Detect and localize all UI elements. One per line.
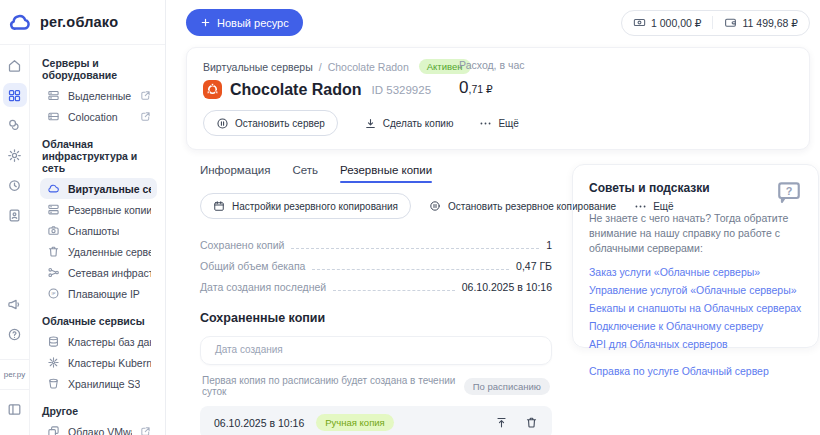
collapse-sidebar-icon[interactable] (3, 397, 27, 421)
sidebar-item-dedicated-servers[interactable]: Выделенные серверы (40, 85, 157, 106)
finance-coins-icon[interactable] (3, 113, 27, 137)
bonus-balance[interactable]: 1 000,00 ₽ (622, 16, 712, 29)
tips-link-connect[interactable]: Подключение к Облачному серверу (589, 320, 802, 332)
make-copy-button[interactable]: Сделать копию (364, 117, 454, 130)
stop-server-button[interactable]: Остановить сервер (203, 110, 338, 136)
server-more-label: Ещё (498, 118, 518, 129)
database-icon (46, 335, 60, 349)
announcements-megaphone-icon[interactable] (3, 292, 27, 316)
backup-settings-label: Настройки резервного копирования (232, 201, 398, 212)
restore-copy-icon[interactable] (495, 416, 508, 429)
calendar-icon (213, 200, 226, 213)
backup-copy-row[interactable]: 06.10.2025 в 10:16 Ручная копия (200, 406, 552, 435)
brand-header[interactable]: рег.облако (0, 0, 165, 45)
svg-text:?: ? (786, 185, 793, 197)
stat-value: 0,47 ГБ (516, 260, 552, 272)
money-balance[interactable]: 11 499,68 ₽ (712, 16, 809, 29)
backup-stats: Сохранено копий 1 Общий объем бекапа 0,4… (200, 239, 552, 293)
ubuntu-os-icon (203, 80, 222, 99)
tips-link-api[interactable]: API для Облачных серверов (589, 338, 802, 350)
left-column: рег.облако рег.ру (0, 0, 166, 435)
bonus-amount: 1 000,00 ₽ (651, 17, 701, 29)
money-amount: 11 499,68 ₽ (742, 17, 798, 29)
home-icon[interactable] (3, 53, 27, 77)
sidebar-item-snapshots[interactable]: Снапшоты (40, 220, 157, 241)
sidebar-item-label: Хранилище S3 (68, 378, 140, 390)
brand-name: рег.облако (40, 14, 118, 30)
new-resource-button[interactable]: Новый ресурс (186, 9, 303, 36)
schedule-notice-text: Первая копия по расписанию будет создана… (202, 375, 464, 397)
backup-settings-button[interactable]: Настройки резервного копирования (200, 193, 411, 219)
sidebar-nav: Серверы и оборудование Выделенные сервер… (30, 45, 165, 435)
external-link-icon (140, 426, 151, 435)
tab-bar: Информация Сеть Резервные копии (200, 164, 552, 183)
help-circle-icon[interactable] (3, 322, 27, 346)
app-window: рег.облако рег.ру (0, 0, 820, 435)
history-clock-icon[interactable] (3, 173, 27, 197)
sidebar-item-floating-ip[interactable]: IP Плавающие IP (40, 283, 157, 304)
sidebar-item-s3-storage[interactable]: Хранилище S3 (40, 373, 157, 394)
stat-label: Дата создания последней (200, 281, 326, 293)
id-document-icon[interactable] (3, 203, 27, 227)
tips-link-backups[interactable]: Бекапы и снапшоты на Облачных серверах (589, 302, 802, 314)
section-title: Облачные сервисы (42, 315, 157, 327)
stat-value: 06.10.2025 в 10:16 (462, 281, 552, 293)
server-header-card: Виртуальные серверы / Chocolate Radon Ак… (186, 47, 810, 150)
sidebar-item-label: Плавающие IP (68, 288, 140, 300)
row-actions (495, 416, 538, 429)
settings-gear-icon[interactable] (3, 143, 27, 167)
tips-help-link[interactable]: Справка по услуге Облачный сервер (589, 365, 802, 377)
tips-link-manage[interactable]: Управление услугой «Облачные серверы» (589, 284, 802, 296)
cloud-icon (46, 182, 60, 196)
make-copy-label: Сделать копию (383, 118, 454, 129)
breadcrumb-section[interactable]: Виртуальные серверы (203, 61, 313, 73)
tips-card: Советы и подсказки ? Не знаете с чего на… (572, 164, 819, 348)
icon-rail: рег.ру (0, 45, 30, 435)
pause-circle-icon (216, 117, 229, 130)
svg-text:IP: IP (51, 291, 55, 296)
content-area: Информация Сеть Резервные копии Настройк… (166, 150, 820, 435)
camera-icon (46, 224, 60, 238)
cost-value: 0,71 ₽ (459, 78, 525, 98)
sidebar-item-database-clusters[interactable]: Кластеры баз данных (40, 331, 157, 352)
sidebar-item-colocation[interactable]: Colocation (40, 106, 157, 127)
sidebar-item-label: Сетевая инфраструктура (68, 267, 151, 279)
delete-copy-icon[interactable] (525, 416, 538, 429)
sidebar-item-virtual-servers[interactable]: Виртуальные серверы (40, 178, 157, 199)
dashboard-grid-icon[interactable] (3, 83, 27, 107)
dotted-leader (333, 290, 455, 291)
sidebar-item-label: Выделенные серверы (68, 90, 132, 102)
tips-link-order[interactable]: Заказ услуги «Облачные серверы» (589, 266, 802, 278)
tab-backups[interactable]: Резервные копии (340, 164, 432, 183)
tab-information[interactable]: Информация (200, 164, 270, 183)
manual-copy-badge: Ручная копия (316, 414, 394, 431)
sidebar-item-network-infrastructure[interactable]: Сетевая инфраструктура (40, 262, 157, 283)
sidebar-item-vmware-cloud[interactable]: Облако VMware (40, 421, 157, 435)
sidebar-item-label: Кластеры баз данных (68, 336, 151, 348)
network-nodes-icon (46, 266, 60, 280)
cost-frac: ,71 ₽ (468, 83, 492, 95)
tab-network[interactable]: Сеть (292, 164, 318, 183)
stat-row: Сохранено копий 1 (200, 239, 552, 251)
sidebar-item-deleted-servers[interactable]: Удаленные серверы (40, 241, 157, 262)
table-header-creation-date[interactable]: Дата создания (200, 336, 552, 365)
ip-circle-icon: IP (46, 287, 60, 301)
wallet-icon (724, 16, 737, 29)
server-more-button[interactable]: Ещё (479, 117, 518, 130)
server-actions: Остановить сервер Сделать копию Ещё (203, 110, 793, 136)
new-resource-label: Новый ресурс (217, 17, 289, 29)
kubernetes-wheel-icon (46, 356, 60, 370)
backup-controls: Настройки резервного копирования Останов… (200, 193, 552, 219)
download-icon (364, 117, 377, 130)
section-title: Другое (42, 405, 157, 417)
stat-label: Сохранено копий (200, 239, 284, 251)
trash-icon (46, 245, 60, 259)
regru-link[interactable]: рег.ру (4, 367, 25, 382)
server-rack-icon (46, 89, 60, 103)
server-id: ID 5329925 (372, 84, 431, 96)
sidebar-item-backups[interactable]: Резервные копии (40, 199, 157, 220)
backup-tab-content: Информация Сеть Резервные копии Настройк… (200, 164, 552, 435)
sidebar-item-kubernetes-clusters[interactable]: Кластеры Kubernetes (40, 352, 157, 373)
tips-title: Советы и подсказки (589, 179, 710, 195)
banknote-icon (633, 16, 646, 29)
